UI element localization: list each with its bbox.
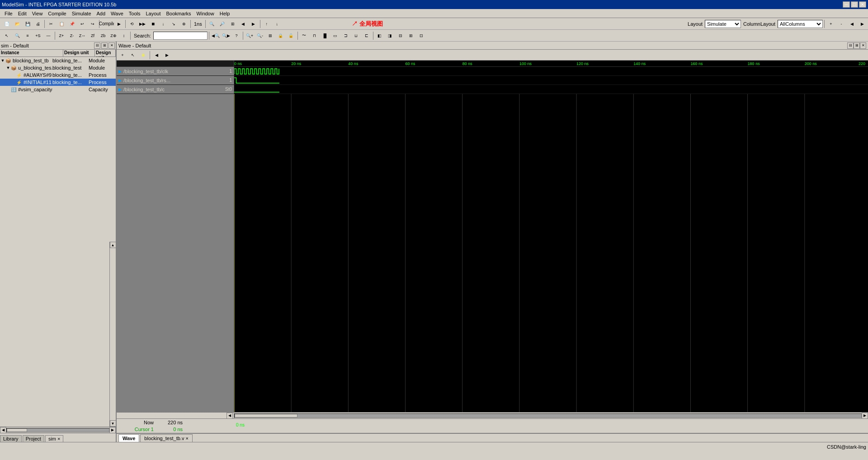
minimize-button[interactable]: ─: [843, 1, 850, 8]
tb2-search-prev[interactable]: ◀🔍: [211, 31, 221, 41]
tb-wave-prev[interactable]: ◀: [238, 19, 248, 29]
tb-run-all[interactable]: ▶▶: [137, 19, 147, 29]
wt-cursor-arrow[interactable]: ↖: [128, 50, 138, 60]
wt-zoom-in[interactable]: ⊕: [138, 50, 148, 60]
tb-undo[interactable]: ↩: [77, 19, 87, 29]
menu-bookmarks[interactable]: Bookmarks: [164, 10, 194, 17]
tb2-z2[interactable]: Z-: [67, 31, 77, 41]
menu-add[interactable]: Add: [94, 10, 108, 17]
tb2-more2[interactable]: ⊔: [351, 31, 361, 41]
expand-icon-1[interactable]: ▼: [0, 58, 5, 63]
left-scroll-left-btn[interactable]: ◀: [0, 427, 6, 433]
tab-sim[interactable]: sim ×: [45, 435, 64, 442]
wave-scroll-left-btn[interactable]: ◀: [226, 413, 233, 419]
tb2-step-wf[interactable]: ⊓: [310, 31, 320, 41]
tab-library[interactable]: Library: [0, 435, 22, 442]
menu-wave[interactable]: Wave: [108, 10, 126, 17]
tb2-z4[interactable]: Zf: [88, 31, 98, 41]
tb-copy[interactable]: 📋: [57, 19, 66, 29]
tb-col-remove[interactable]: -: [836, 19, 846, 29]
menu-compile[interactable]: Compile: [45, 10, 69, 17]
wave-scroll-right-btn[interactable]: ▶: [862, 413, 868, 419]
wave-graph-rs[interactable]: [234, 76, 868, 84]
tb2-help[interactable]: ?: [231, 31, 241, 41]
tb2-collapse[interactable]: ⊟: [396, 31, 406, 41]
menu-file[interactable]: File: [2, 10, 15, 17]
tb2-waveform[interactable]: 〜: [299, 31, 309, 41]
wt-add-to-wave[interactable]: +: [118, 50, 127, 60]
expand-icon-2[interactable]: ▼: [5, 66, 11, 70]
menu-window[interactable]: Window: [194, 10, 217, 17]
tab-project[interactable]: Project: [23, 435, 44, 442]
menu-layout[interactable]: Layout: [143, 10, 164, 17]
tb2-zoom-in[interactable]: 🔍+: [245, 31, 255, 41]
left-scroll-right-btn[interactable]: ▶: [109, 427, 116, 433]
close-button[interactable]: ✕: [859, 1, 866, 8]
tb-save[interactable]: 💾: [23, 19, 33, 29]
menu-view[interactable]: View: [29, 10, 46, 17]
layout-select[interactable]: Simulate: [705, 20, 741, 28]
tb2-zoom-lock[interactable]: 🔒: [276, 31, 286, 41]
left-scroll-thumb[interactable]: [7, 428, 27, 432]
tb-new[interactable]: 📄: [2, 19, 12, 29]
tb-open[interactable]: 📂: [12, 19, 22, 29]
tree-row-u-blocking[interactable]: ▼ 📦 u_blocking_tes... blocking_test Modu…: [0, 64, 116, 71]
wave-label-clk[interactable]: ▶ /blocking_test_tb/clk 1: [117, 67, 234, 75]
wave-graph-clk[interactable]: [234, 67, 868, 75]
scroll-down-btn[interactable]: ▼: [110, 420, 116, 427]
tree-row-blocking-test-tb[interactable]: ▼ 📦 blocking_test_tb blocking_te... Modu…: [0, 57, 116, 64]
tb-wave-next[interactable]: ▶: [249, 19, 259, 29]
wave-label-rs[interactable]: ▶ /blocking_test_tb/rs... 1: [117, 76, 234, 84]
wave-close-btn[interactable]: ✕: [860, 42, 866, 49]
tb2-expand2[interactable]: ⊞: [406, 31, 416, 41]
wt-scroll-right[interactable]: ▶: [162, 50, 172, 60]
tb2-add-sig[interactable]: +S: [33, 31, 43, 41]
tb-step[interactable]: ↓: [158, 19, 168, 29]
wave-dock-btn[interactable]: ⊟: [847, 42, 854, 49]
tb2-fill-wf[interactable]: █: [320, 31, 330, 41]
menu-tools[interactable]: Tools: [126, 10, 143, 17]
wave-expand-btn[interactable]: ⊞: [854, 42, 860, 49]
tb2-zoom-out[interactable]: 🔍-: [255, 31, 265, 41]
left-scrollbar[interactable]: ▲ ▼: [109, 242, 116, 427]
sim-dock-btn[interactable]: ⊟: [94, 42, 100, 49]
tb2-divider[interactable]: —: [43, 31, 53, 41]
wt-scroll-left[interactable]: ◀: [151, 50, 161, 60]
tb-break[interactable]: ⊗: [179, 19, 189, 29]
wave-label-c[interactable]: ▶ /blocking_test_tb/c St0: [117, 85, 234, 94]
tb-paste[interactable]: 📌: [67, 19, 77, 29]
tb2-cursor[interactable]: ↖: [2, 31, 12, 41]
tree-row-initial11[interactable]: ⚡ #INITIAL#11 blocking_te... Process: [0, 79, 116, 86]
tb2-outline-wf[interactable]: ▭: [330, 31, 340, 41]
wave-scroll-track[interactable]: [234, 413, 862, 418]
tb2-z3[interactable]: Z↔: [77, 31, 87, 41]
tb-sim[interactable]: ▶: [114, 19, 124, 29]
menu-simulate[interactable]: Simulate: [69, 10, 94, 17]
tb-col-add[interactable]: +: [826, 19, 836, 29]
tree-row-vsim-capacity[interactable]: 🔢 #vsim_capacity# Capacity: [0, 86, 116, 93]
tb2-z7[interactable]: ↕: [119, 31, 129, 41]
tb-redo[interactable]: ↪: [88, 19, 98, 29]
wave-empty-area[interactable]: [117, 94, 868, 412]
tb-signal-down[interactable]: ↓: [272, 19, 282, 29]
menu-help[interactable]: Help: [217, 10, 233, 17]
wave-tab-file[interactable]: blocking_test_tb.v ×: [140, 434, 193, 442]
tb-wave-zoom-in[interactable]: 🔍: [207, 19, 217, 29]
tb-wave-zoom-out[interactable]: 🔎: [217, 19, 227, 29]
tb2-search-next[interactable]: 🔍▶: [221, 31, 231, 41]
tb-stop[interactable]: ⏹: [148, 19, 158, 29]
sim-expand-btn[interactable]: ⊞: [101, 42, 108, 49]
tb2-more3[interactable]: ⊏: [362, 31, 372, 41]
tb-signal-up[interactable]: ↑: [262, 19, 272, 29]
tb2-compare1[interactable]: ◧: [375, 31, 385, 41]
tb2-compare2[interactable]: ◨: [385, 31, 395, 41]
tb2-wave-list[interactable]: ≡: [23, 31, 33, 41]
tb-col-left[interactable]: ◀: [847, 19, 857, 29]
tree-row-always9[interactable]: ⚡ #ALWAYS#9 blocking_te... Process: [0, 71, 116, 79]
tb2-z6[interactable]: Z⊕: [108, 31, 118, 41]
tb2-undock[interactable]: ⊡: [416, 31, 426, 41]
tb-wave-zoom-full[interactable]: ⊞: [228, 19, 238, 29]
scroll-up-btn[interactable]: ▲: [110, 242, 116, 248]
sim-close-btn[interactable]: ✕: [108, 42, 115, 49]
tb2-more1[interactable]: ⊐: [341, 31, 351, 41]
